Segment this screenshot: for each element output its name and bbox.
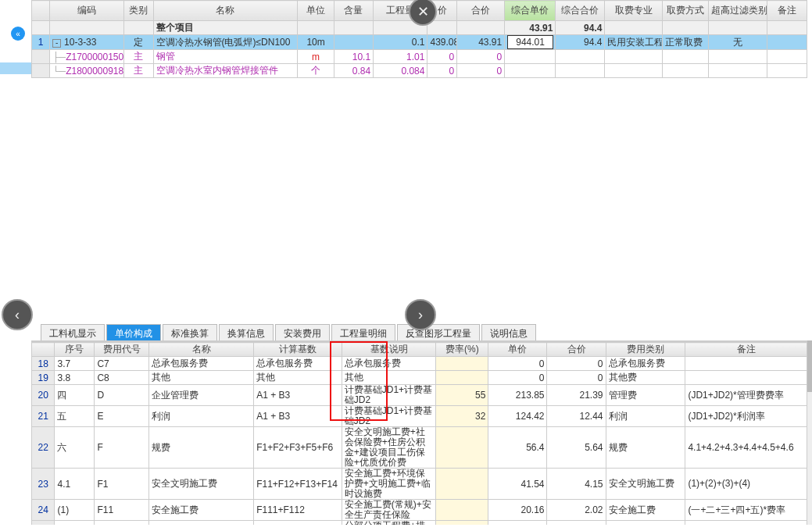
cell-code: E bbox=[95, 406, 149, 427]
bcol-code[interactable]: 费用代号 bbox=[95, 343, 149, 357]
cell-desc: 计费基础JD1+计费基础JD2 bbox=[342, 406, 436, 427]
cell-over: 无 bbox=[708, 35, 767, 50]
cell-remark: (JD1+JD2)*利润率 bbox=[685, 406, 807, 427]
table-row[interactable]: 22六F规费F1+F2+F3+F5+F6安全文明施工费+社会保险费+住房公积金+… bbox=[32, 427, 807, 469]
bottom-header-row: 序号 费用代号 名称 计算基数 基数说明 费率(%) 单价 合价 费用类别 备注 bbox=[32, 343, 807, 357]
row-selected[interactable]: 1 -10-3-33 定 空调冷热水钢管(电弧焊)≤DN100 10m 0.1 … bbox=[32, 35, 807, 50]
cell-total: 439.08 bbox=[427, 35, 457, 50]
cell-remark: 4.1+4.2+4.3+4.4+4.5+4.6 bbox=[685, 427, 807, 469]
cell-base: A+E+C+D+E- bbox=[254, 521, 342, 526]
cell-cp: 0 bbox=[457, 50, 505, 64]
cell-type: 主 bbox=[123, 64, 153, 78]
cell-rate[interactable] bbox=[436, 371, 488, 385]
col-qty[interactable]: 含量 bbox=[334, 1, 373, 21]
cell-name: 企业管理费 bbox=[149, 385, 254, 406]
col-code[interactable]: 编码 bbox=[50, 1, 124, 21]
cell-code: F11 bbox=[95, 500, 149, 521]
cell-total: 1.9 bbox=[547, 521, 606, 526]
cell-unit-price: 124.42 bbox=[488, 406, 547, 427]
cell-unit-price: 213.85 bbox=[488, 385, 547, 406]
scrollbar-thumb[interactable] bbox=[807, 340, 812, 392]
col-type[interactable]: 类别 bbox=[123, 1, 153, 21]
cell-rate[interactable] bbox=[436, 427, 488, 469]
table-row[interactable]: 21五E利润A1 + B3计费基础JD1+计费基础JD232124.4212.4… bbox=[32, 406, 807, 427]
nav-next-icon[interactable]: › bbox=[405, 299, 436, 330]
row-index: 20 bbox=[32, 385, 55, 406]
cell-major: 民用安装工程 bbox=[605, 35, 663, 50]
cell-name: 总承包服务费 bbox=[149, 357, 254, 371]
cell-seq: 3.7 bbox=[55, 357, 95, 371]
cell-rate[interactable] bbox=[436, 357, 488, 371]
col-cost-mode[interactable]: 取费方式 bbox=[662, 1, 708, 21]
table-row[interactable]: 234.1F1安全文明施工费F11+F12+F13+F14安全施工费+环境保护费… bbox=[32, 469, 807, 500]
cell-total: 0 bbox=[547, 357, 606, 371]
cell-seq: 四 bbox=[55, 385, 95, 406]
col-unit-price[interactable]: 综合单价 bbox=[505, 1, 556, 21]
bcol-name[interactable]: 名称 bbox=[149, 343, 254, 357]
col-unit[interactable]: 单位 bbox=[298, 1, 334, 21]
cell-desc: 总承包服务费 bbox=[342, 357, 436, 371]
whole-unit-price: 43.91 bbox=[505, 21, 556, 35]
bcol-cat[interactable]: 费用类别 bbox=[606, 343, 685, 357]
side-strip bbox=[0, 62, 31, 74]
col-over-filter[interactable]: 超高过滤类别 bbox=[708, 1, 767, 21]
cell-base: A1 + B3 bbox=[254, 385, 342, 406]
bcol-tot[interactable]: 合价 bbox=[547, 343, 606, 357]
col-remark[interactable]: 备注 bbox=[767, 1, 807, 21]
cell-rate[interactable]: 55 bbox=[436, 385, 488, 406]
table-row[interactable]: 24(1)F11安全施工费F111+F112安全施工费(常规)+安全生产责任保险… bbox=[32, 500, 807, 521]
cell-cat: 其他费 bbox=[606, 371, 685, 385]
cell-rate[interactable] bbox=[436, 500, 488, 521]
cell-code: -10-3-33 bbox=[50, 35, 124, 50]
col-total[interactable]: 合价 bbox=[457, 1, 505, 21]
col-name[interactable]: 名称 bbox=[153, 1, 298, 21]
row-sub2[interactable]: └─ Z1800000918↓ 主 空调冷热水室内钢管焊接管件 个 0.84 0… bbox=[32, 64, 807, 78]
cell-unit-price: 41.54 bbox=[488, 469, 547, 500]
side-indicator-icon[interactable]: « bbox=[11, 27, 25, 41]
cell-desc: 安全施工费(常规)+安全生产责任保险 bbox=[342, 500, 436, 521]
cell-qty: 0.84 bbox=[334, 64, 373, 78]
cell-name: 安全施工费(常规) bbox=[149, 521, 254, 526]
cell-total: 4.15 bbox=[547, 469, 606, 500]
table-row[interactable]: 193.8C8其他其他其他00其他费 bbox=[32, 371, 807, 385]
collapse-icon[interactable]: - bbox=[52, 39, 61, 48]
table-row[interactable]: 25(1).1F111安全施工费(常规)A+E+C+D+E-分部分项工程费+措施… bbox=[32, 521, 807, 526]
bcol-remark[interactable]: 备注 bbox=[685, 343, 807, 357]
row-index: 19 bbox=[32, 371, 55, 385]
cell-rate[interactable] bbox=[436, 469, 488, 500]
nav-prev-icon[interactable]: ‹ bbox=[2, 299, 33, 330]
cell-name: 利润 bbox=[149, 406, 254, 427]
row-index: 24 bbox=[32, 500, 55, 521]
col-comb-total[interactable]: 综合合价 bbox=[556, 1, 605, 21]
cell-base: 其他 bbox=[254, 371, 342, 385]
row-index: 21 bbox=[32, 406, 55, 427]
bcol-desc[interactable]: 基数说明 bbox=[342, 343, 436, 357]
cell-unit-price-input[interactable]: 944.01 bbox=[505, 35, 556, 50]
col-cost-major[interactable]: 取费专业 bbox=[605, 1, 663, 21]
cell-name: 空调冷热水钢管(电弧焊)≤DN100 bbox=[153, 35, 298, 50]
cell-cat: 规费 bbox=[606, 427, 685, 469]
cell-cp: 0 bbox=[457, 64, 505, 78]
table-row[interactable]: 20四D企业管理费A1 + B3计费基础JD1+计费基础JD255213.852… bbox=[32, 385, 807, 406]
table-row[interactable]: 183.7C7总承包服务费总承包服务费总承包服务费00总承包服务费 bbox=[32, 357, 807, 371]
row-num: 1 bbox=[32, 35, 50, 50]
cell-rate[interactable]: 2.34 bbox=[436, 521, 488, 526]
row-sub1[interactable]: ├─ Z1700000150↓ 主 钢管 m 10.1 1.01 0 0 bbox=[32, 50, 807, 64]
cell-rate[interactable]: 32 bbox=[436, 406, 488, 427]
cell-code: C7 bbox=[95, 357, 149, 371]
bcol-seq[interactable]: 序号 bbox=[55, 343, 95, 357]
cell-cat: 管理费 bbox=[606, 385, 685, 406]
whole-project-label: 整个项目 bbox=[153, 21, 298, 35]
bcol-base[interactable]: 计算基数 bbox=[254, 343, 342, 357]
bcol-up[interactable]: 单价 bbox=[488, 343, 547, 357]
cell-comb-total: 94.4 bbox=[556, 35, 605, 50]
cell-proj-qty: 0.1 bbox=[374, 35, 427, 50]
cell-unit: 10m bbox=[298, 35, 334, 50]
cell-code: F bbox=[95, 427, 149, 469]
cell-total: 2.02 bbox=[547, 500, 606, 521]
cell-total: 0 bbox=[547, 371, 606, 385]
cell-seq: (1) bbox=[55, 500, 95, 521]
cell-name: 空调冷热水室内钢管焊接管件 bbox=[153, 64, 298, 78]
cell-unit-price: 0 bbox=[488, 371, 547, 385]
bcol-rate[interactable]: 费率(%) bbox=[436, 343, 488, 357]
